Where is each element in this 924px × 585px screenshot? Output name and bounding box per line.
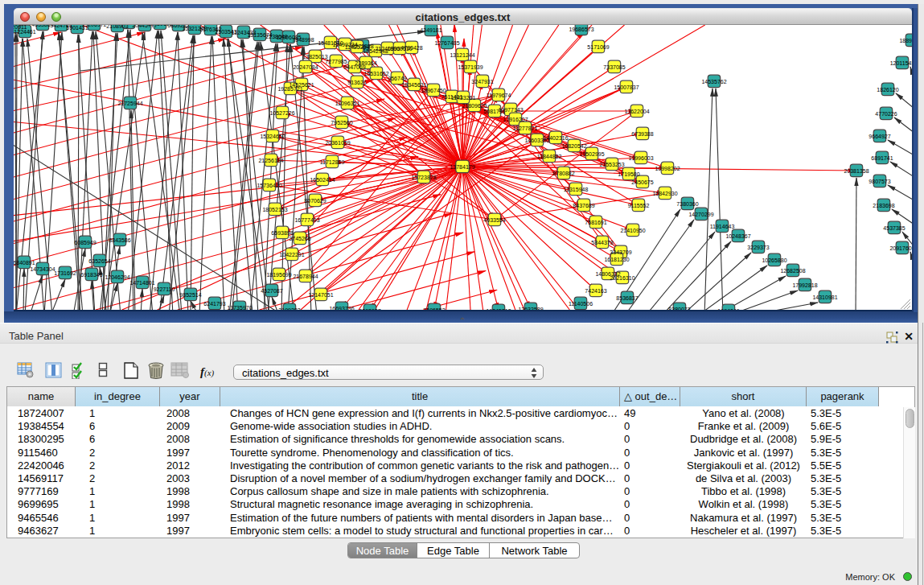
- svg-text:7596552: 7596552: [423, 307, 445, 311]
- svg-text:20361059: 20361059: [325, 140, 350, 146]
- svg-text:18195699: 18195699: [266, 272, 291, 278]
- svg-text:15324652: 15324652: [260, 134, 285, 139]
- svg-text:8536837: 8536837: [616, 295, 638, 301]
- svg-text:2199382: 2199382: [278, 307, 300, 311]
- svg-text:20917609: 20917609: [889, 245, 912, 251]
- svg-text:13784179: 13784179: [450, 164, 474, 170]
- svg-text:11096351: 11096351: [335, 101, 360, 106]
- svg-text:20381358: 20381358: [844, 168, 869, 174]
- svg-text:7424163: 7424163: [585, 288, 606, 294]
- svg-text:11844882: 11844882: [537, 154, 562, 159]
- svg-text:13121244: 13121244: [450, 52, 474, 58]
- svg-text:18892414: 18892414: [899, 38, 912, 43]
- svg-text:6891741: 6891741: [871, 155, 893, 161]
- svg-text:6593898: 6593898: [271, 230, 293, 236]
- svg-text:21678944: 21678944: [293, 274, 318, 279]
- svg-text:19686573: 19686573: [569, 27, 593, 32]
- svg-text:21553253: 21553253: [599, 162, 624, 167]
- svg-text:9227110: 9227110: [154, 286, 175, 292]
- svg-text:11433261: 11433261: [451, 95, 476, 101]
- svg-text:11315948: 11315948: [564, 187, 589, 192]
- svg-text:16181230: 16181230: [604, 257, 629, 262]
- svg-text:8070629: 8070629: [304, 198, 326, 204]
- svg-text:7952560: 7952560: [331, 120, 352, 126]
- svg-text:9664927: 9664927: [869, 134, 890, 139]
- svg-text:19206972: 19206972: [81, 25, 106, 27]
- svg-text:7380360: 7380360: [676, 201, 698, 207]
- svg-text:12046294: 12046294: [105, 274, 129, 280]
- svg-text:956749: 956749: [388, 76, 406, 81]
- svg-text:6352654: 6352654: [88, 258, 110, 264]
- svg-text:11140506: 11140506: [569, 301, 593, 307]
- svg-text:2183698: 2183698: [873, 203, 894, 208]
- svg-text:4780428: 4780428: [400, 45, 422, 51]
- svg-text:15736420: 15736420: [257, 183, 281, 188]
- svg-text:12011545: 12011545: [890, 60, 912, 66]
- svg-text:6840891: 6840891: [14, 260, 35, 266]
- svg-text:11979674: 11979674: [487, 93, 511, 98]
- svg-text:14714801: 14714801: [129, 280, 154, 286]
- svg-text:913621: 913621: [347, 80, 366, 85]
- svg-text:16693736: 16693736: [329, 306, 354, 311]
- svg-text:1694046: 1694046: [717, 308, 739, 311]
- svg-text:3343709: 3343709: [610, 249, 631, 255]
- svg-text:4033554: 4033554: [483, 217, 505, 223]
- svg-text:11277871: 11277871: [513, 126, 538, 131]
- svg-text:4527087: 4527087: [261, 288, 282, 294]
- svg-text:21256184: 21256184: [258, 158, 283, 163]
- svg-text:19996003: 19996003: [628, 155, 653, 161]
- svg-text:16502414: 16502414: [310, 177, 335, 183]
- svg-text:16345213: 16345213: [486, 308, 511, 311]
- svg-text:7581691: 7581691: [585, 220, 606, 225]
- svg-text:2389364: 2389364: [355, 60, 376, 66]
- svg-text:20247084: 20247084: [293, 64, 318, 70]
- svg-text:2450675: 2450675: [631, 179, 653, 185]
- svg-text:14270299: 14270299: [688, 212, 713, 217]
- svg-text:18052153: 18052153: [262, 207, 287, 212]
- svg-text:6085949: 6085949: [74, 240, 96, 245]
- svg-text:13735970: 13735970: [227, 305, 252, 311]
- svg-text:6241793: 6241793: [203, 301, 225, 307]
- svg-text:10977143: 10977143: [498, 107, 523, 113]
- svg-text:19285721: 19285721: [277, 86, 302, 92]
- svg-text:3229373: 3229373: [747, 245, 769, 250]
- svg-text:21410950: 21410950: [620, 228, 645, 233]
- svg-text:11914643: 11914643: [710, 224, 735, 229]
- svg-text:8780882: 8780882: [552, 171, 574, 176]
- svg-text:8380073: 8380073: [668, 307, 690, 311]
- svg-text:13825013: 13825013: [302, 54, 327, 60]
- svg-text:16842930: 16842930: [652, 191, 677, 196]
- svg-text:13622004: 13622004: [624, 109, 649, 114]
- svg-text:1731692: 1731692: [54, 270, 76, 276]
- svg-text:10248367: 10248367: [725, 233, 750, 239]
- svg-text:1224461: 1224461: [14, 29, 35, 35]
- svg-text:9852514: 9852514: [179, 292, 201, 298]
- svg-text:16777493: 16777493: [294, 217, 319, 223]
- svg-text:4349181: 4349181: [420, 27, 441, 33]
- svg-text:5844378: 5844378: [591, 240, 613, 245]
- svg-text:10422291: 10422291: [279, 252, 304, 257]
- svg-text:11712889: 11712889: [320, 159, 345, 165]
- svg-text:7948998: 7948998: [292, 37, 314, 43]
- svg-text:3247931: 3247931: [471, 79, 493, 84]
- svg-text:15723878: 15723878: [411, 175, 436, 180]
- svg-text:12682508: 12682508: [780, 268, 805, 274]
- svg-text:14535762: 14535762: [701, 79, 726, 84]
- svg-text:8363637: 8363637: [359, 308, 380, 311]
- svg-text:1826120: 1826120: [877, 87, 898, 93]
- svg-text:15531662: 15531662: [363, 71, 388, 76]
- svg-text:4537385: 4537385: [883, 225, 905, 231]
- svg-text:21809625: 21809625: [462, 103, 487, 109]
- svg-text:14310981: 14310981: [812, 295, 837, 300]
- svg-text:18345631: 18345631: [401, 82, 426, 88]
- svg-text:19502995: 19502995: [579, 151, 604, 157]
- svg-text:3745266: 3745266: [289, 236, 310, 241]
- svg-text:12767485: 12767485: [434, 40, 459, 46]
- svg-text:7277985: 7277985: [325, 59, 347, 64]
- svg-text:6918345: 6918345: [80, 272, 102, 278]
- svg-text:17916207: 17916207: [503, 117, 528, 122]
- svg-text:18967450: 18967450: [421, 88, 446, 93]
- svg-text:10998202: 10998202: [655, 166, 680, 171]
- svg-text:10265880: 10265880: [762, 257, 786, 263]
- svg-text:14402316: 14402316: [543, 135, 568, 141]
